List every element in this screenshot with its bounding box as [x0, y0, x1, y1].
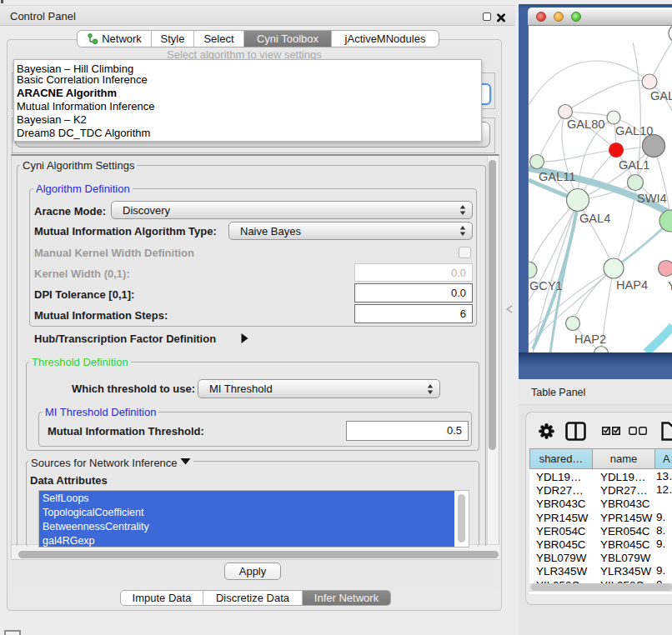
svg-text:GAL80: GAL80	[567, 118, 604, 131]
svg-text:GAL11: GAL11	[539, 170, 575, 183]
svg-text:GAL1: GAL1	[619, 158, 649, 172]
svg-text:Y: Y	[668, 279, 672, 292]
svg-text:GAL4: GAL4	[579, 212, 610, 225]
svg-text:GAL10: GAL10	[615, 124, 653, 138]
svg-text:SWI4: SWI4	[637, 192, 667, 205]
svg-text:GCY1: GCY1	[529, 279, 563, 292]
svg-text:GAL: GAL	[650, 89, 672, 102]
svg-text:HAP2: HAP2	[574, 332, 606, 346]
svg-text:HAP4: HAP4	[616, 278, 648, 292]
